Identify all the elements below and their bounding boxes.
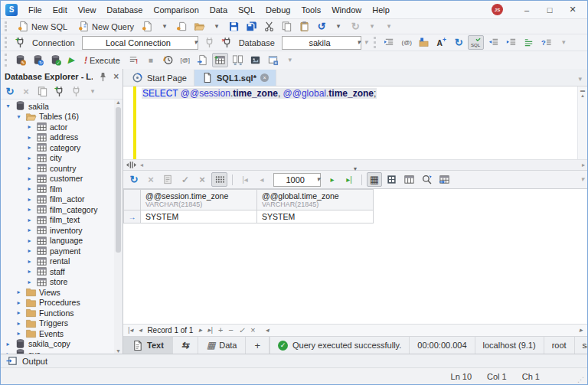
expand-icon[interactable]: ▸ <box>25 185 34 192</box>
db-commit-icon[interactable]: ✎ <box>12 53 28 67</box>
menu-edit[interactable]: Edit <box>47 3 73 17</box>
cancel-edit-icon[interactable]: × <box>250 326 255 334</box>
tree-item-triggers[interactable]: ▸Triggers <box>1 318 113 329</box>
dropdown-gray-icon[interactable]: ▾ <box>85 84 100 99</box>
prev-record-icon[interactable]: ◂ <box>139 327 142 334</box>
close-tab-icon[interactable]: × <box>260 73 269 82</box>
connection-select[interactable]: Local Connection ▾ <box>82 36 198 50</box>
tree-item-staff[interactable]: ▸staff <box>1 266 113 277</box>
execute-current-icon[interactable]: ! <box>126 53 142 67</box>
history-icon[interactable] <box>160 53 176 67</box>
tab-list-icon[interactable]: ▾ <box>578 73 587 86</box>
expand-icon[interactable]: ▸ <box>25 217 34 223</box>
scroll-up-icon[interactable]: ▲ <box>116 100 121 105</box>
tree-item-customer[interactable]: ▸customer <box>1 174 113 184</box>
duplicate-icon[interactable] <box>34 84 51 99</box>
editor-scrollbar[interactable]: ▬▲ <box>577 86 587 159</box>
toolbar-overflow-icon[interactable]: ▾ <box>364 39 368 46</box>
new-window-icon[interactable] <box>265 53 281 67</box>
chevron-down-icon[interactable]: ▾ <box>194 39 198 46</box>
dotted-grid-icon[interactable] <box>211 172 227 187</box>
next-record-icon[interactable]: ▸ <box>198 327 202 334</box>
tree-item-language[interactable]: ▸language <box>1 236 113 246</box>
scroll-down-icon[interactable]: ▼ <box>116 348 121 354</box>
menu-database[interactable]: Database <box>101 3 148 17</box>
copy-special-icon[interactable] <box>160 172 176 187</box>
tab-start-page[interactable]: Start Page <box>125 70 194 86</box>
tree-item-address[interactable]: ▸address <box>1 132 113 143</box>
resize-grip[interactable]: ⋰ <box>577 376 585 383</box>
save-icon[interactable] <box>226 19 242 34</box>
page-size-select[interactable]: 1000 ▾ <box>273 173 321 187</box>
delete-row-icon[interactable]: × <box>143 172 158 187</box>
tree-item-functions[interactable]: ▸Functions <box>1 308 113 318</box>
expand-icon[interactable]: ▸ <box>25 279 34 285</box>
plug-disabled-icon[interactable] <box>68 84 84 99</box>
tree-item-film-actor[interactable]: ▸film_actor <box>1 194 113 205</box>
dropdown-gray-icon[interactable]: ▾ <box>364 19 380 34</box>
cut-icon[interactable] <box>261 19 277 34</box>
expand-icon[interactable]: ▸ <box>25 175 34 182</box>
plug-disabled-icon[interactable] <box>201 35 217 50</box>
comment-lines-icon[interactable] <box>521 35 537 50</box>
expand-icon[interactable]: ▸ <box>25 247 34 254</box>
menu-tools[interactable]: Tools <box>296 3 326 17</box>
splitter-handle-icon[interactable]: ▬ <box>580 88 585 93</box>
paste-icon[interactable] <box>296 19 312 34</box>
sql-editor[interactable]: SELECT @@session.time_zone, @@global.tim… <box>123 86 587 159</box>
db-valid-icon[interactable]: ✓ <box>47 53 64 67</box>
res-prev-icon[interactable]: ◂ <box>254 172 270 187</box>
bookmark-folder-icon[interactable] <box>416 35 432 50</box>
new-sql-button[interactable]: New SQL <box>12 19 73 34</box>
find-grid-icon[interactable] <box>419 172 435 187</box>
expand-icon[interactable]: ▸ <box>25 144 34 151</box>
db-refresh-icon[interactable]: ↻ <box>30 53 46 67</box>
collapse-icon[interactable]: ▾ <box>4 103 12 109</box>
tree-item-tables-16[interactable]: ▾Tables (16) <box>1 112 113 122</box>
grid-cell[interactable]: SYSTEM <box>141 210 257 223</box>
refresh-icon[interactable]: ↻ <box>126 172 142 187</box>
grid-cell[interactable]: SYSTEM <box>257 210 374 223</box>
export-grid-icon[interactable] <box>436 172 452 187</box>
close-panel-icon[interactable]: × <box>113 72 119 81</box>
delete-icon[interactable]: × <box>18 84 34 99</box>
expand-icon[interactable]: ▸ <box>15 299 23 306</box>
tree-item-city[interactable]: ▸city <box>1 153 113 164</box>
save-all-icon[interactable] <box>243 19 260 34</box>
post-edit-icon[interactable]: ✓ <box>239 327 245 334</box>
connect-plug-add-icon[interactable]: + <box>12 35 28 50</box>
dropdown-gray-icon[interactable]: ▾ <box>381 19 397 34</box>
tree-item-views[interactable]: ▸Views <box>1 287 113 298</box>
column-header-global-time-zone[interactable]: @@global.time_zoneVARCHAR(21845) <box>257 190 374 210</box>
expand-icon[interactable]: ▸ <box>25 134 34 141</box>
tree-item-store[interactable]: ▸store <box>1 277 113 288</box>
chevron-down-icon[interactable]: ▾ <box>357 39 361 46</box>
new-file-icon[interactable] <box>174 19 190 34</box>
toolbar-grip[interactable] <box>5 37 8 48</box>
expand-icon[interactable]: ▸ <box>25 227 34 233</box>
embed-params-icon[interactable]: (@) <box>399 35 414 50</box>
current-row-icon[interactable]: → <box>124 210 141 223</box>
card-view-icon[interactable] <box>384 172 400 187</box>
menu-help[interactable]: Help <box>367 3 395 17</box>
format-indent-icon[interactable] <box>381 35 397 50</box>
expand-icon[interactable]: ▸ <box>25 258 34 265</box>
new-query-button[interactable]: New Query <box>73 19 139 34</box>
tab-text-view[interactable]: Text <box>123 337 173 354</box>
refresh-icon[interactable]: ↻ <box>2 84 18 99</box>
column-customize-icon[interactable] <box>401 172 417 187</box>
toolbar-grip[interactable] <box>5 54 8 66</box>
debug-run-button[interactable]: ▶ <box>64 53 79 67</box>
grid-corner[interactable] <box>124 190 141 210</box>
expand-icon[interactable]: ▸ <box>25 268 34 275</box>
collapse-results-icon[interactable]: ▼ <box>353 166 358 171</box>
expand-icon[interactable]: ▸ <box>15 330 23 337</box>
query-profiler-icon[interactable] <box>247 53 263 67</box>
pin-icon[interactable] <box>97 71 109 83</box>
new-document-icon[interactable] <box>139 19 155 34</box>
uncomment-lines-icon[interactable]: ? <box>538 35 554 50</box>
expand-icon[interactable]: ▸ <box>25 155 34 162</box>
grid-scroll-left-icon[interactable]: ◂ <box>266 327 270 334</box>
menu-file[interactable]: File <box>23 3 47 17</box>
delete-record-icon[interactable]: − <box>228 326 233 334</box>
